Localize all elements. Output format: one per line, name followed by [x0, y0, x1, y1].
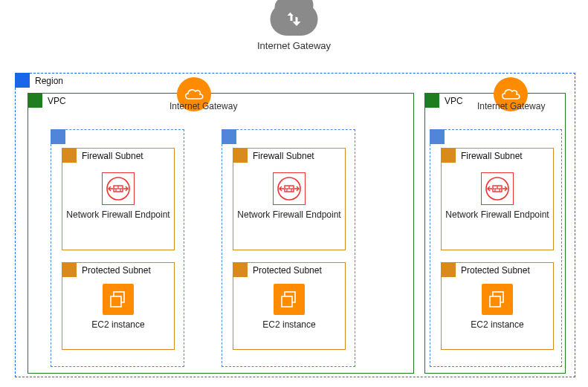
- firewall-subnet-box: Firewall Subnet: [233, 148, 346, 250]
- subnet-tag-icon: [62, 148, 77, 163]
- region-box: Region VPC Internet Gateway Firewall Sub…: [15, 73, 575, 377]
- vpc-tag-icon: [424, 93, 439, 108]
- az-tag-icon: [222, 129, 236, 144]
- subnet-caption: EC2 instance: [62, 319, 174, 331]
- internet-gateway-label: Internet Gateway: [477, 101, 545, 111]
- availability-zone-box: Firewall Subnet: [430, 129, 562, 367]
- protected-subnet-box: Protected Subnet EC2 instance: [62, 262, 175, 350]
- subnet-tag-icon: [233, 148, 248, 163]
- subnet-title: Firewall Subnet: [82, 151, 143, 161]
- availability-zone-box: Firewall Subnet: [51, 129, 184, 367]
- protected-subnet-box: Protected Subnet EC2 instance: [233, 262, 346, 350]
- vpc-box: VPC Internet Gateway Firewall Subnet: [28, 93, 414, 374]
- region-tag-icon: [15, 73, 30, 88]
- top-internet-gateway-label: Internet Gateway: [257, 40, 331, 51]
- vpc-box: VPC Internet Gateway Firewall Subnet: [424, 93, 566, 374]
- svg-rect-15: [282, 296, 292, 307]
- vpc-label: VPC: [445, 96, 463, 106]
- vpc-label: VPC: [48, 96, 66, 106]
- subnet-tag-icon: [441, 262, 456, 277]
- network-firewall-icon: [102, 172, 135, 205]
- subnet-title: Firewall Subnet: [253, 151, 314, 161]
- subnet-tag-icon: [62, 262, 77, 277]
- subnet-title: Protected Subnet: [82, 265, 151, 276]
- network-firewall-icon: [481, 172, 514, 205]
- availability-zone-box: Firewall Subnet: [222, 129, 355, 367]
- az-tag-icon: [51, 129, 65, 144]
- subnet-title: Firewall Subnet: [461, 151, 523, 161]
- svg-rect-23: [490, 296, 500, 307]
- firewall-subnet-box: Firewall Subnet: [441, 148, 554, 250]
- subnet-title: Protected Subnet: [461, 265, 530, 276]
- ec2-instance-icon: [482, 284, 513, 315]
- subnet-caption: EC2 instance: [233, 319, 345, 331]
- internet-gateway-label: Internet Gateway: [169, 101, 237, 111]
- subnet-title: Protected Subnet: [253, 265, 322, 276]
- protected-subnet-box: Protected Subnet EC2 instance: [441, 262, 554, 350]
- network-firewall-icon: [273, 172, 306, 205]
- subnet-caption: EC2 instance: [442, 319, 553, 331]
- top-internet-gateway: Internet Gateway: [257, 3, 331, 51]
- cloud-icon: [271, 3, 318, 36]
- subnet-caption: Network Firewall Endpoint: [62, 209, 174, 221]
- region-label: Region: [35, 76, 63, 86]
- vpc-tag-icon: [28, 93, 42, 108]
- subnet-caption: Network Firewall Endpoint: [233, 209, 345, 221]
- firewall-subnet-box: Firewall Subnet: [62, 148, 175, 250]
- subnet-tag-icon: [441, 148, 456, 163]
- subnet-tag-icon: [233, 262, 248, 277]
- subnet-caption: Network Firewall Endpoint: [442, 209, 553, 221]
- ec2-instance-icon: [274, 284, 305, 315]
- diagram-canvas: Internet Gateway Region VPC Internet Gat…: [0, 0, 588, 387]
- svg-rect-7: [111, 296, 121, 307]
- ec2-instance-icon: [103, 284, 134, 315]
- az-tag-icon: [430, 129, 445, 144]
